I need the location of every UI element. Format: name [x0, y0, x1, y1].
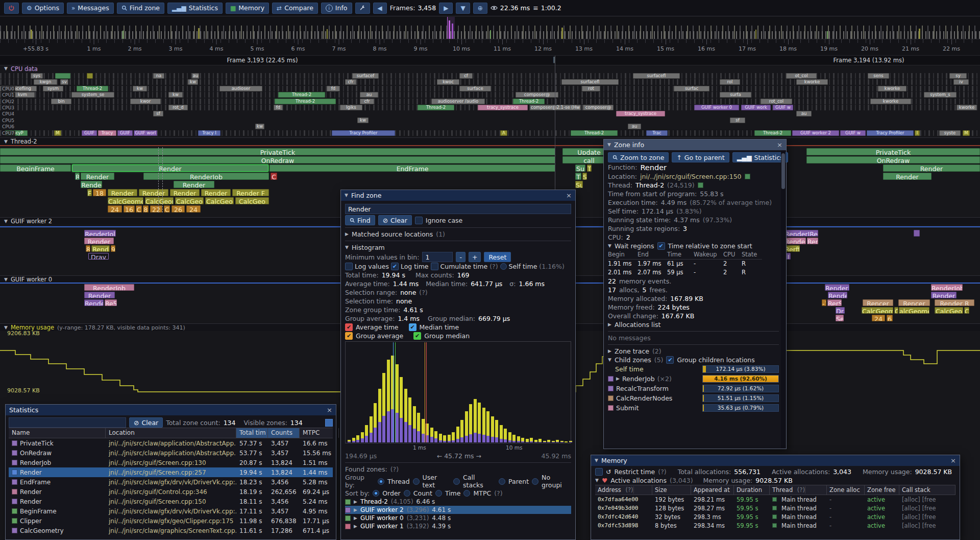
timeline-zone[interactable]: 9 — [111, 245, 115, 252]
timeline-zone[interactable]: Tracy — [98, 130, 116, 136]
timeline-zone[interactable]: surfacefl — [561, 79, 619, 85]
timeline-zone[interactable]: I — [786, 253, 791, 260]
table-row[interactable]: CalcGeometryjni/../jni/src/claw/graphics… — [9, 526, 333, 535]
found-zone-group[interactable]: ▶Thread-2(4,105)6.46 s — [345, 498, 571, 506]
zone-info-titlebar[interactable]: ▼ Zone info × — [604, 139, 786, 150]
timeline-zone[interactable]: 24 — [108, 205, 122, 213]
timeline-zone[interactable]: Render — [139, 189, 168, 196]
timeline-zone[interactable]: audioserver /audio — [431, 99, 485, 104]
timeline-zone[interactable]: Ren — [807, 238, 818, 244]
frame-bar[interactable] — [827, 31, 828, 39]
child-zone-row[interactable]: ▶RenderJob(×2)4.16 ms (92.60%) — [608, 374, 779, 384]
found-zone-group[interactable]: ▶GUIF worker 0(3,231)4.48 s — [345, 514, 571, 522]
timeline-zone[interactable]: Render — [883, 165, 980, 172]
timeline-zone[interactable]: EndFrame — [270, 165, 555, 172]
timeline-zone[interactable]: fd — [274, 105, 283, 110]
timeline-zone[interactable]: cf — [459, 73, 473, 79]
statistics-button[interactable]: ▂▄▆Statistics — [167, 3, 223, 14]
timeline-zone[interactable]: PrivateTick — [806, 148, 980, 155]
timeline-zone[interactable]: RenderJRend — [785, 230, 818, 237]
close-icon[interactable]: × — [950, 457, 956, 464]
memory-window[interactable]: ▼ Memory × ↺ Restrict time (?) Total all… — [591, 455, 960, 540]
timeline-zone[interactable]: rot_col — [761, 99, 792, 104]
timeline-zone[interactable]: system_se — [71, 92, 114, 98]
timeline-zone[interactable]: system_s — [924, 92, 957, 98]
bin-plus-button[interactable]: + — [469, 252, 481, 262]
timeline-zone[interactable]: Render — [170, 189, 200, 196]
timeline-zone[interactable]: CalcGeor — [145, 197, 174, 204]
statistics-button[interactable]: ▂▄▆Statistics — [732, 152, 788, 162]
timeline-zone[interactable]: cfr — [345, 79, 356, 85]
timeline-zone[interactable]: kwor — [130, 99, 161, 104]
timeline-zone[interactable]: Render — [201, 189, 231, 196]
frame-bar[interactable] — [755, 30, 756, 39]
timeline-zone[interactable]: GUIF w — [840, 130, 866, 136]
timeline-zone[interactable]: Rencer — [898, 299, 930, 306]
timeline-zone[interactable]: surfacef — [352, 73, 379, 79]
timeline-zone[interactable]: GUIF — [117, 130, 133, 136]
timeline-zone[interactable]: PrivateTick — [0, 148, 555, 155]
child-zone-row[interactable]: RecalcTransform72.92 µs (1.62%) — [608, 384, 779, 393]
timeline-zone[interactable]: -1 — [822, 299, 826, 306]
group-by-radio[interactable] — [453, 478, 460, 485]
memory-titlebar[interactable]: ▼ Memory × — [591, 455, 960, 466]
prev-frame-button[interactable]: ◀ — [373, 3, 387, 14]
histogram-section[interactable]: ▼Histogram — [345, 243, 571, 252]
timeline-zone[interactable]: sf — [153, 111, 163, 116]
timeline-zone[interactable]: kw — [255, 124, 264, 129]
timeline-zone[interactable]: C — [894, 307, 898, 314]
found-zone-group[interactable]: ▶GUIF worker 1(3,192)4.39 s — [345, 522, 571, 530]
timeline-zone[interactable]: kw — [357, 118, 369, 123]
info-button[interactable]: iInfo — [321, 3, 352, 14]
timeline-zone[interactable]: rol — [720, 79, 740, 85]
frame-bar[interactable] — [327, 29, 328, 39]
frame-timeline-strip[interactable] — [0, 17, 980, 39]
close-icon[interactable]: × — [566, 192, 572, 199]
timeline-zone[interactable]: syste — [939, 130, 961, 136]
timeline-zone[interactable]: kw — [133, 86, 147, 91]
timeline-zone[interactable]: Render — [785, 238, 806, 244]
timeline-zone[interactable]: Render — [72, 165, 268, 172]
timeline-zone[interactable]: Rerff — [785, 245, 800, 252]
timeline-zone[interactable]: Thread-2 — [77, 86, 108, 91]
timeline-zone[interactable]: T — [575, 173, 581, 180]
sort-by-radio[interactable] — [373, 490, 379, 497]
found-zone-group[interactable]: ▶GUIF worker 2(3,296)4.61 s — [345, 506, 571, 514]
timeline-zone[interactable]: 26 — [172, 205, 185, 213]
timeline-zone[interactable]: Tracy Profiler — [867, 130, 914, 136]
frame-bar[interactable] — [561, 28, 563, 39]
group-by-radio[interactable] — [499, 478, 505, 485]
frame-bar[interactable] — [452, 24, 453, 39]
go-to-parent-button[interactable]: ↑Go to parent — [672, 152, 729, 162]
timeline-zone[interactable]: Su — [575, 181, 583, 188]
timeline-zone[interactable]: CalcGeo — [935, 307, 963, 314]
timeline-zone[interactable]: sv — [60, 79, 68, 85]
timeline-zone[interactable]: lgiks — [340, 105, 362, 110]
clear-filter-button[interactable]: ⊘Clear — [129, 417, 163, 428]
timeline-zone[interactable]: CalcGeome — [862, 307, 893, 314]
timeline-zone[interactable]: na — [153, 73, 164, 79]
frame-bar[interactable] — [31, 30, 32, 39]
find-button[interactable]: Find — [345, 215, 375, 225]
legend-checkbox[interactable]: ✔ — [345, 323, 353, 331]
timeline-zone[interactable]: kwgn — [34, 79, 57, 85]
timeline-zone[interactable]: sy — [949, 73, 967, 79]
timeline-zone[interactable]: C — [964, 307, 969, 314]
memory-col-header[interactable]: Appeared at — [691, 485, 734, 495]
statistics-window[interactable]: Statistics × ⊘Clear Total zone count: 13… — [5, 404, 336, 540]
frame-bar[interactable] — [919, 29, 920, 39]
filter-zones-input[interactable] — [9, 417, 126, 428]
zone-free[interactable]: active — [865, 513, 899, 521]
timeline-zone[interactable]: kworke — [878, 86, 906, 91]
timeline-zone[interactable]: Thread-2 — [278, 92, 325, 98]
timeline-zone[interactable]: kwoc — [437, 79, 459, 85]
timeline-zone[interactable]: fd — [327, 86, 340, 91]
timeline-zone[interactable]: kworke — [796, 79, 828, 85]
options-button[interactable]: ⚙Options — [22, 3, 64, 14]
sort-by-radio[interactable] — [404, 490, 410, 497]
child-zone-row[interactable]: CalcRenderNodes51.51 µs (1.15%) — [608, 393, 779, 403]
timeline-zone[interactable]: Su — [575, 165, 585, 172]
timeline-zone[interactable]: Dra — [836, 307, 845, 314]
memory-col-header[interactable]: Zone free — [865, 485, 899, 495]
timeline-zone[interactable]: surfa — [720, 92, 751, 98]
